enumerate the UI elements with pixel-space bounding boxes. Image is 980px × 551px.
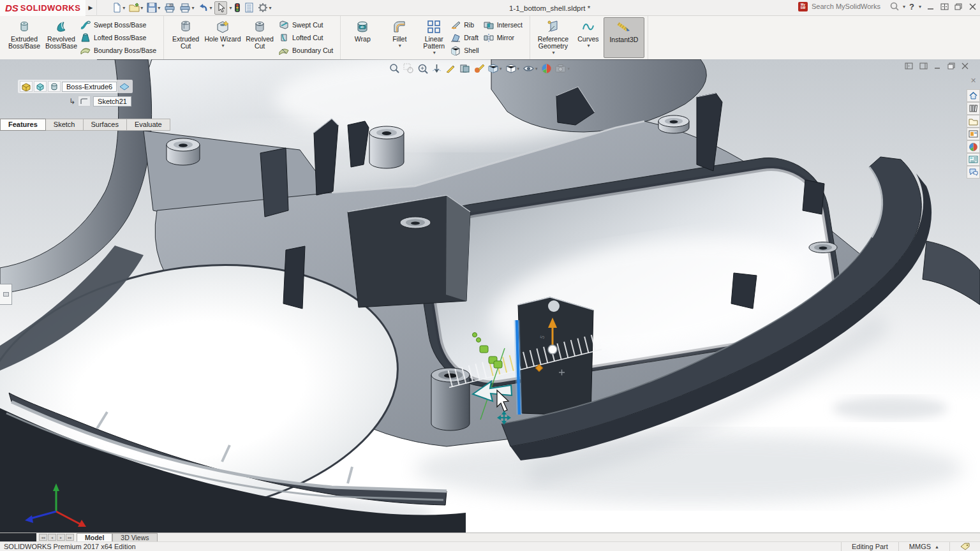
- search-input[interactable]: [812, 3, 887, 10]
- zoom-window-button[interactable]: [417, 63, 428, 74]
- swept-cut-button[interactable]: Swept Cut: [278, 19, 337, 30]
- view-settings-camera-button[interactable]: ▾: [555, 64, 570, 73]
- tab-evaluate[interactable]: Evaluate: [127, 119, 170, 131]
- boundary-cut-button[interactable]: Boundary Cut: [278, 45, 337, 55]
- task-pane: ✕: [967, 75, 980, 179]
- zoom-to-fit-button[interactable]: [389, 63, 400, 74]
- linear-pattern-button[interactable]: Linear Pattern ▾: [418, 17, 450, 58]
- scroll-first-button[interactable]: ◂◂: [39, 534, 47, 541]
- scroll-right-button[interactable]: ▸: [57, 534, 65, 541]
- linear-pattern-dropdown[interactable]: ▾: [433, 50, 436, 55]
- revolved-boss-button[interactable]: Revolved Boss/Base: [43, 17, 80, 58]
- 3d-views-tab[interactable]: 3D Views: [112, 533, 157, 541]
- section-view-button[interactable]: [431, 63, 442, 74]
- menu-expand-arrow[interactable]: ▶: [85, 0, 97, 16]
- dynamic-annotation-button[interactable]: [445, 63, 456, 74]
- options-button[interactable]: ▾: [256, 1, 272, 15]
- extruded-boss-button[interactable]: Extruded Boss/Base: [6, 17, 43, 58]
- print-button[interactable]: ▾: [178, 1, 195, 15]
- doc-restore-button[interactable]: [947, 62, 955, 70]
- drag-ball-handle[interactable]: [548, 345, 557, 354]
- reference-geometry-dropdown[interactable]: ▾: [552, 50, 554, 55]
- restore-button[interactable]: [953, 2, 963, 11]
- sketch-icon[interactable]: [78, 96, 91, 107]
- open-button[interactable]: ▾: [128, 1, 144, 15]
- hide-show-items-button[interactable]: ▾: [523, 63, 538, 74]
- breadcrumb-feature-label[interactable]: Boss-Extrude6: [62, 82, 117, 92]
- doc-close-button[interactable]: [961, 62, 969, 70]
- tab-features[interactable]: Features: [0, 119, 46, 131]
- draft-button[interactable]: Draft: [450, 32, 482, 43]
- wrap-button[interactable]: ab Wrap: [344, 17, 381, 58]
- selected-face-icon[interactable]: [118, 81, 131, 92]
- part-icon[interactable]: [20, 81, 33, 92]
- task-list-button[interactable]: [243, 1, 255, 15]
- mirror-button[interactable]: Mirror: [483, 32, 526, 43]
- design-library-tab[interactable]: [967, 102, 980, 115]
- swept-boss-button[interactable]: Swept Boss/Base: [80, 19, 160, 30]
- home-resources-tab[interactable]: [967, 89, 980, 102]
- new-document-button[interactable]: ▾: [111, 1, 126, 15]
- lofted-boss-button[interactable]: Lofted Boss/Base: [80, 32, 160, 43]
- quick-access-toolbar: ▾ ▾ ▾ 3D ▾ ▾ ▾ ▾: [111, 1, 272, 15]
- save-button[interactable]: ▾: [145, 1, 161, 15]
- curves-dropdown[interactable]: ▾: [587, 43, 590, 48]
- hole-wizard-button[interactable]: Hole Wizard ▾: [204, 17, 241, 58]
- scroll-last-button[interactable]: ▸▸: [66, 534, 74, 541]
- display-style-button[interactable]: ▾: [505, 63, 520, 74]
- svg-text:3D: 3D: [169, 3, 174, 7]
- display-settings-button[interactable]: [459, 63, 470, 74]
- view-palette-tab[interactable]: [967, 128, 980, 140]
- expand-panes-button[interactable]: [939, 2, 949, 11]
- tab-surfaces[interactable]: Surfaces: [84, 119, 127, 131]
- tag-button[interactable]: [949, 542, 980, 551]
- units-selector[interactable]: MMGS▲: [898, 542, 949, 551]
- undo-button[interactable]: ▾: [197, 1, 213, 15]
- extruded-cut-button[interactable]: Extruded Cut: [167, 17, 204, 58]
- fillet-button[interactable]: Fillet ▾: [381, 17, 418, 58]
- rib-button[interactable]: Rib: [450, 19, 482, 30]
- graphics-viewport[interactable]: 5 Features Sketch Surfaces Evaluate: [0, 59, 980, 533]
- view-settings-button[interactable]: [233, 1, 242, 15]
- doc-minimize-button[interactable]: [934, 62, 941, 70]
- boundary-boss-button[interactable]: Boundary Boss/Base: [80, 45, 160, 55]
- model-tab[interactable]: Model: [77, 533, 112, 541]
- view-orientation-button[interactable]: ▾: [487, 63, 502, 74]
- fillet-dropdown[interactable]: ▾: [399, 43, 401, 48]
- boss-extrude-feature-icon[interactable]: [48, 81, 61, 92]
- shell-button[interactable]: Shell: [450, 45, 482, 55]
- instant3d-button[interactable]: Instant3D: [604, 17, 644, 58]
- hole-wizard-dropdown[interactable]: ▾: [222, 43, 225, 48]
- custom-properties-tab[interactable]: [967, 153, 980, 166]
- appearances-scenes-tab[interactable]: [967, 140, 980, 153]
- edit-appearance-button[interactable]: [473, 63, 484, 74]
- help-dropdown[interactable]: ▾: [919, 4, 921, 10]
- print-3d-button[interactable]: 3D: [163, 1, 177, 15]
- search-scope-dropdown[interactable]: ▾: [903, 4, 905, 10]
- select-tool-button[interactable]: [214, 1, 227, 15]
- scroll-left-button[interactable]: ◂: [48, 534, 56, 541]
- solid-body-icon[interactable]: [34, 81, 47, 92]
- tab-sketch[interactable]: Sketch: [46, 119, 84, 131]
- select-tool-dropdown[interactable]: ▾: [229, 5, 232, 11]
- feature-tree-flyout-tab[interactable]: [0, 284, 12, 305]
- lofted-cut-button[interactable]: Lofted Cut: [278, 32, 337, 43]
- pin-right-pane-button[interactable]: [919, 62, 928, 70]
- curves-button[interactable]: Curves ▾: [573, 17, 604, 58]
- close-button[interactable]: [967, 2, 977, 11]
- task-pane-close-icon[interactable]: ✕: [967, 75, 980, 85]
- revolved-cut-button[interactable]: Revolved Cut: [241, 17, 278, 58]
- pin-left-pane-button[interactable]: [905, 62, 913, 70]
- status-right: Editing Part MMGS▲: [841, 542, 980, 551]
- search-icon[interactable]: [889, 1, 900, 11]
- lofted-cut-icon: [278, 33, 290, 43]
- reference-geometry-button[interactable]: Reference Geometry ▾: [533, 17, 573, 58]
- file-explorer-tab[interactable]: [967, 115, 980, 128]
- solidworks-forum-tab[interactable]: [967, 166, 980, 179]
- help-button[interactable]: ?: [909, 2, 914, 11]
- minimize-button[interactable]: [925, 2, 935, 11]
- apply-scene-button[interactable]: [541, 63, 552, 74]
- zoom-to-area-button[interactable]: [403, 63, 414, 74]
- breadcrumb-sketch-label[interactable]: Sketch21: [93, 96, 131, 107]
- intersect-button[interactable]: Intersect: [483, 19, 526, 30]
